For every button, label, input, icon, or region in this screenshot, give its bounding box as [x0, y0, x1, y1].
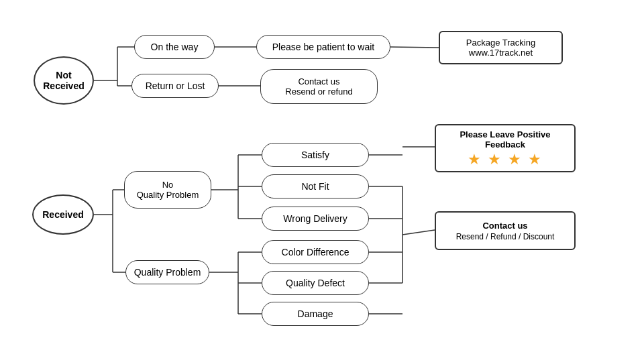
- contact-us-box: Contact us Resend / Refund / Discount: [435, 211, 576, 250]
- return-or-lost-label: Return or Lost: [146, 80, 205, 91]
- contact-resend-label: Contact us Resend or refund: [285, 76, 352, 97]
- wrong-delivery-label: Wrong Delivery: [283, 213, 347, 224]
- not-fit-node: Not Fit: [262, 174, 369, 198]
- wrong-delivery-node: Wrong Delivery: [262, 207, 369, 231]
- package-tracking-node: Package Tracking www.17track.net: [439, 31, 563, 64]
- please-be-patient-node: Please be patient to wait: [256, 35, 390, 59]
- quality-problem-node: Quality Problem: [125, 260, 209, 284]
- damage-node: Damage: [262, 302, 369, 326]
- contact-us-title: Contact us: [482, 221, 527, 231]
- color-difference-label: Color Difference: [282, 247, 350, 257]
- please-be-patient-label: Please be patient to wait: [272, 42, 375, 52]
- damage-label: Damage: [298, 308, 333, 319]
- no-quality-problem-label: No Quality Problem: [137, 180, 199, 200]
- quality-problem-label: Quality Problem: [134, 267, 201, 278]
- return-or-lost-node: Return or Lost: [131, 74, 219, 98]
- received-node: Received: [32, 194, 94, 235]
- on-the-way-node: On the way: [134, 35, 215, 59]
- quality-defect-label: Quality Defect: [286, 278, 345, 288]
- not-fit-label: Not Fit: [301, 181, 329, 192]
- contact-resend-node: Contact us Resend or refund: [260, 69, 378, 104]
- contact-us-subtitle: Resend / Refund / Discount: [456, 232, 555, 241]
- svg-line-29: [402, 230, 435, 235]
- quality-defect-node: Quality Defect: [262, 271, 369, 295]
- diagram: Not Received On the way Return or Lost P…: [0, 0, 644, 344]
- on-the-way-label: On the way: [151, 42, 199, 52]
- satisfy-label: Satisfy: [301, 150, 329, 160]
- satisfy-node: Satisfy: [262, 143, 369, 167]
- color-difference-node: Color Difference: [262, 240, 369, 264]
- package-tracking-label: Package Tracking www.17track.net: [466, 38, 535, 58]
- received-label: Received: [42, 209, 83, 220]
- no-quality-problem-node: No Quality Problem: [124, 171, 211, 209]
- positive-feedback-box: Please Leave Positive Feedback ★ ★ ★ ★: [435, 124, 576, 172]
- feedback-stars: ★ ★ ★ ★: [443, 151, 568, 168]
- svg-line-5: [390, 47, 439, 48]
- not-received-label: Not Received: [43, 70, 84, 91]
- not-received-node: Not Received: [34, 56, 94, 105]
- feedback-title: Please Leave Positive Feedback: [443, 129, 568, 150]
